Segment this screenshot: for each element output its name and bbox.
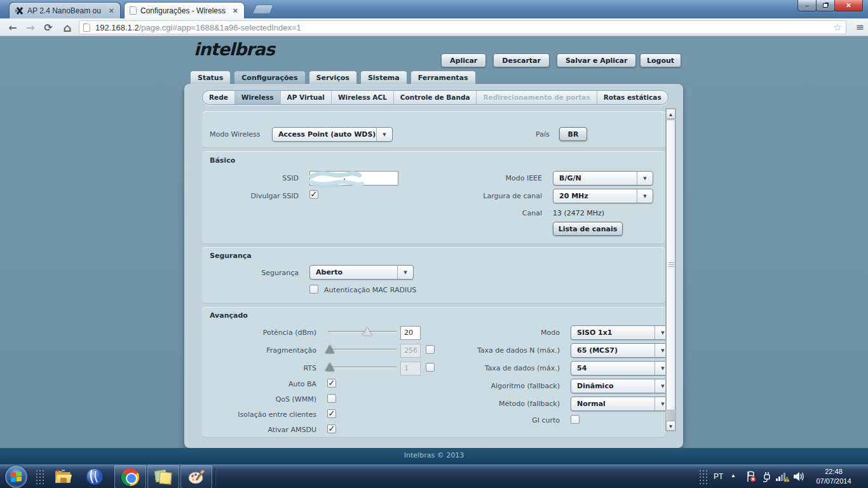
pais-br-button[interactable]: BR xyxy=(559,127,587,141)
minimize-button[interactable]: – xyxy=(797,0,817,11)
metodo-select[interactable]: Normal ▼ xyxy=(571,396,666,411)
ativar-amsdu-checkbox[interactable]: ✓ xyxy=(327,424,336,433)
chrome-icon xyxy=(121,468,139,486)
explorer-icon[interactable] xyxy=(53,467,72,486)
subtab-rotas-estaticas[interactable]: Rotas estáticas xyxy=(597,91,668,104)
tab-close-icon[interactable]: × xyxy=(107,6,115,15)
language-indicator[interactable]: PT xyxy=(714,472,723,481)
network-signal-icon[interactable] xyxy=(775,470,789,483)
subtab-ap-virtual[interactable]: AP Virtual xyxy=(281,91,332,104)
card-seguranca: Segurança Segurança Aberto ▼ Autenticaçã… xyxy=(202,247,666,303)
tab-title: AP 2.4 NanoBeam ou Nan xyxy=(27,6,104,15)
modo-wireless-label: Modo Wireless xyxy=(210,130,260,139)
tab-close-icon[interactable]: × xyxy=(231,6,239,15)
qos-wmm-checkbox[interactable] xyxy=(327,394,336,403)
sub-tabs: Rede Wireless AP Virtual Wireless ACL Co… xyxy=(202,90,668,105)
url-text[interactable]: 192.168.1.2/page.cgi#app=1688&1a96-selec… xyxy=(95,23,834,32)
tab-configuracoes[interactable]: Configurações xyxy=(234,71,305,84)
card-basico: Básico SSID Divulgar SSID ✓ Modo IEEE B/… xyxy=(202,151,666,243)
algoritmo-select[interactable]: Dinâmico ▼ xyxy=(571,379,666,393)
ssid-label: SSID xyxy=(210,174,299,182)
potencia-slider[interactable] xyxy=(328,327,397,336)
browser-tab-configuracoes[interactable]: Configurações - Wireless × xyxy=(124,2,245,18)
algoritmo-label: Algoritmo (fallback) xyxy=(444,382,560,390)
fragmentacao-enable-checkbox[interactable] xyxy=(426,345,435,354)
isolacao-checkbox[interactable]: ✓ xyxy=(327,409,336,418)
apply-button[interactable]: Aplicar xyxy=(441,53,486,67)
airos-favicon-icon xyxy=(15,6,24,15)
logout-button[interactable]: Logout xyxy=(640,53,681,67)
sticky-notes-taskbar-button[interactable] xyxy=(147,465,179,488)
subtab-controle-banda[interactable]: Controle de Banda xyxy=(394,91,477,104)
browser-tab-nanobeam[interactable]: AP 2.4 NanoBeam ou Nan × xyxy=(9,2,121,18)
power-plug-icon[interactable] xyxy=(761,470,773,483)
seguranca-select[interactable]: Aberto ▼ xyxy=(309,265,414,280)
action-center-flag-icon[interactable] xyxy=(745,470,757,483)
winbox-icon[interactable] xyxy=(85,467,104,486)
fragmentacao-input-wrap xyxy=(400,343,421,358)
fragmentacao-label: Fragmentação xyxy=(208,346,316,355)
tab-servicos[interactable]: Serviços xyxy=(309,71,357,84)
url-page-icon xyxy=(83,24,90,32)
scrollbar-track[interactable] xyxy=(666,411,675,421)
mac-radius-checkbox[interactable] xyxy=(309,285,318,294)
tab-status[interactable]: Status xyxy=(190,71,231,84)
largura-canal-select[interactable]: 20 MHz ▼ xyxy=(553,189,653,203)
restore-icon xyxy=(823,3,828,8)
rts-enable-checkbox[interactable] xyxy=(426,363,435,372)
scrollbar-thumb[interactable] xyxy=(666,119,675,410)
scroll-down-button[interactable]: ▼ xyxy=(666,421,675,431)
tray-expand-icon[interactable]: ▲ xyxy=(731,473,736,478)
mac-radius-label: Autenticação MAC RADIUS xyxy=(324,286,416,294)
reload-icon[interactable]: ⟳ xyxy=(41,20,56,35)
dropdown-arrow-icon: ▼ xyxy=(654,397,666,410)
avancado-title: Avançado xyxy=(210,311,248,320)
discard-button[interactable]: Descartar xyxy=(493,53,550,67)
main-tabs: Status Configurações Serviços Sistema Fe… xyxy=(190,71,476,84)
paint-taskbar-button[interactable] xyxy=(180,465,212,488)
tab-sistema[interactable]: Sistema xyxy=(360,71,407,84)
dropdown-arrow-icon: ▼ xyxy=(654,379,666,393)
gi-curto-checkbox[interactable] xyxy=(571,415,580,424)
taxa-n-select[interactable]: 65 (MCS7) ▼ xyxy=(571,343,666,358)
tray-clock[interactable]: 22:48 07/07/2014 xyxy=(804,467,863,486)
restore-button[interactable] xyxy=(816,0,835,11)
modo-ieee-select[interactable]: B/G/N ▼ xyxy=(553,171,653,186)
rts-input xyxy=(400,362,421,376)
chrome-menu-icon[interactable]: ≡ xyxy=(856,22,864,33)
speaker-icon[interactable] xyxy=(792,471,805,482)
start-button[interactable] xyxy=(5,466,27,488)
bookmark-star-icon[interactable]: ☆ xyxy=(834,22,842,33)
back-icon[interactable]: ← xyxy=(5,20,20,35)
new-tab-button[interactable] xyxy=(252,4,274,14)
panel-scrollbar[interactable]: ▲ ▼ xyxy=(665,108,676,431)
taxa-select[interactable]: 54 ▼ xyxy=(571,361,666,376)
ssid-input[interactable] xyxy=(309,171,398,186)
scroll-up-button[interactable]: ▲ xyxy=(666,109,675,119)
fragmentacao-slider[interactable] xyxy=(328,345,397,354)
potencia-slider-thumb[interactable] xyxy=(363,327,372,336)
chrome-taskbar-button[interactable] xyxy=(114,465,146,488)
rts-slider[interactable] xyxy=(328,363,397,372)
auto-ba-checkbox[interactable]: ✓ xyxy=(327,379,336,388)
modo-wireless-select[interactable]: Access Point (auto WDS) ▼ xyxy=(272,127,393,142)
divulgar-ssid-checkbox[interactable]: ✓ xyxy=(309,190,318,199)
tab-ferramentas[interactable]: Ferramentas xyxy=(410,71,476,84)
close-button[interactable]: ✕ xyxy=(834,0,863,11)
modo-select[interactable]: SISO 1x1 ▼ xyxy=(571,325,666,340)
rts-slider-thumb[interactable] xyxy=(325,363,334,371)
subtab-wireless[interactable]: Wireless xyxy=(235,91,281,104)
sticky-notes-icon xyxy=(155,469,172,485)
fragmentacao-slider-thumb[interactable] xyxy=(325,345,334,353)
intelbras-logo: intelbras xyxy=(194,39,275,59)
subtab-wireless-acl[interactable]: Wireless ACL xyxy=(332,91,394,104)
subtab-rede[interactable]: Rede xyxy=(203,91,235,104)
url-host: 192.168.1.2 xyxy=(95,23,139,32)
forward-icon[interactable]: → xyxy=(23,20,38,35)
lista-canais-button[interactable]: Lista de canais xyxy=(553,222,623,236)
potencia-input[interactable] xyxy=(400,326,421,340)
home-icon[interactable]: ⌂ xyxy=(60,20,75,35)
save-apply-button[interactable]: Salvar e Aplicar xyxy=(557,53,637,67)
window-titlebar: AP 2.4 NanoBeam ou Nan × Configurações -… xyxy=(0,0,868,18)
url-bar[interactable]: 192.168.1.2/page.cgi#app=1688&1a96-selec… xyxy=(79,20,846,34)
